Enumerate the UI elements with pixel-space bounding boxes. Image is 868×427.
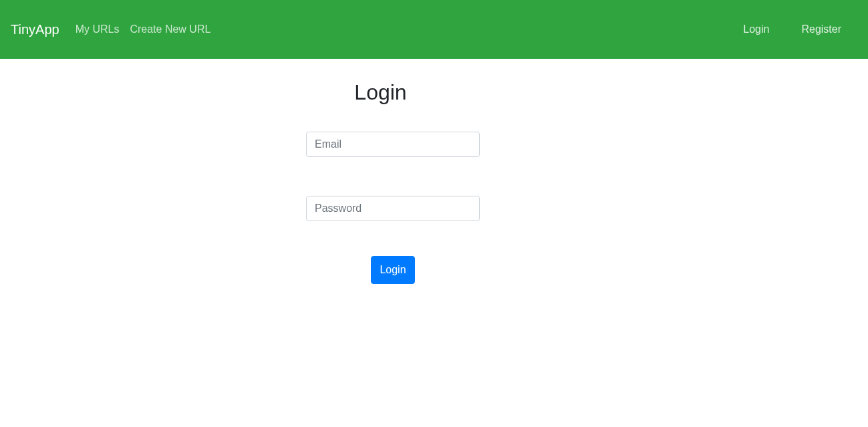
navbar-right: Login Register (743, 23, 855, 35)
navbar: TinyApp My URLs Create New URL Login Reg… (0, 0, 868, 59)
content: Login Login (0, 59, 868, 284)
nav-link-create-new-url[interactable]: Create New URL (130, 23, 210, 35)
nav-link-register[interactable]: Register (801, 23, 841, 35)
password-form-group (306, 196, 480, 221)
page-title: Login (0, 80, 868, 105)
nav-link-login[interactable]: Login (743, 23, 769, 35)
login-button[interactable]: Login (371, 256, 414, 284)
login-form: Login (306, 132, 480, 284)
email-input[interactable] (306, 132, 480, 157)
nav-link-my-urls[interactable]: My URLs (76, 23, 120, 35)
button-wrapper: Login (306, 256, 480, 284)
email-form-group (306, 132, 480, 157)
brand-link[interactable]: TinyApp (11, 22, 59, 37)
navbar-left: TinyApp My URLs Create New URL (11, 22, 210, 37)
nav-links-left: My URLs Create New URL (76, 23, 211, 35)
password-input[interactable] (306, 196, 480, 221)
